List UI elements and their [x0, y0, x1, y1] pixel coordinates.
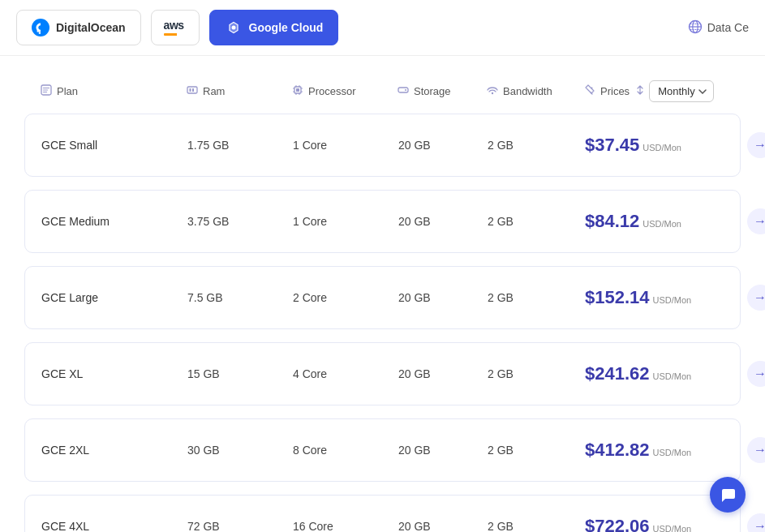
nav-right: Data Ce — [688, 19, 749, 36]
globe-icon — [688, 19, 703, 36]
plan-price: $84.12 USD/Mon — [585, 211, 747, 232]
col-prices: Prices Monthly Hourly — [584, 80, 746, 102]
plan-row[interactable]: GCE Large 7.5 GB 2 Core 20 GB 2 GB $152.… — [24, 266, 741, 329]
col-storage: Storage — [398, 84, 487, 98]
price-value: $152.14 — [585, 287, 650, 308]
plan-icon — [41, 84, 52, 98]
plan-ram: 30 GB — [187, 444, 293, 457]
plan-bandwidth: 2 GB — [488, 444, 585, 457]
plan-arrow-btn[interactable]: → — [747, 285, 765, 311]
plan-rows-container: GCE Small 1.75 GB 1 Core 20 GB 2 GB $37.… — [24, 114, 741, 532]
ram-icon — [187, 84, 198, 98]
plan-row[interactable]: GCE Small 1.75 GB 1 Core 20 GB 2 GB $37.… — [24, 114, 741, 177]
main-content: Plan Ram Processor Storage Bandwidth — [0, 56, 765, 532]
plan-processor: 16 Core — [293, 520, 398, 532]
plan-arrow-btn[interactable]: → — [747, 437, 765, 463]
googlecloud-icon — [225, 19, 243, 36]
col-bandwidth: Bandwidth — [487, 84, 584, 98]
plan-row[interactable]: GCE XL 15 GB 4 Core 20 GB 2 GB $241.62 U… — [24, 342, 741, 405]
price-value: $241.62 — [585, 363, 650, 384]
plan-processor: 1 Core — [293, 215, 398, 228]
plan-arrow-btn[interactable]: → — [747, 361, 765, 387]
plan-price: $37.45 USD/Mon — [585, 135, 747, 156]
plan-storage: 20 GB — [398, 520, 488, 532]
svg-point-11 — [405, 89, 406, 91]
plan-label: Plan — [57, 85, 78, 97]
bandwidth-label: Bandwidth — [503, 85, 552, 97]
plan-name: GCE Large — [41, 291, 187, 304]
provider-btn-googlecloud[interactable]: Google Cloud — [209, 10, 339, 45]
col-plan: Plan — [41, 84, 187, 98]
plan-arrow-btn[interactable]: → — [747, 513, 765, 532]
processor-label: Processor — [308, 85, 356, 97]
provider-btn-digitalocean[interactable]: DigitalOcean — [16, 10, 141, 45]
price-unit: USD/Mon — [643, 143, 681, 152]
svg-rect-6 — [190, 88, 191, 92]
plan-bandwidth: 2 GB — [488, 367, 585, 380]
storage-icon — [398, 84, 409, 98]
plan-ram: 72 GB — [187, 520, 293, 532]
col-processor: Processor — [292, 84, 398, 98]
googlecloud-label: Google Cloud — [249, 21, 324, 34]
plan-processor: 1 Core — [293, 139, 398, 152]
digitalocean-label: DigitalOcean — [56, 21, 126, 34]
storage-label: Storage — [414, 85, 451, 97]
plan-row[interactable]: GCE 2XL 30 GB 8 Core 20 GB 2 GB $412.82 … — [24, 418, 741, 482]
plan-bandwidth: 2 GB — [488, 215, 585, 228]
chat-bubble[interactable] — [710, 477, 746, 513]
plan-storage: 20 GB — [398, 367, 488, 380]
price-unit: USD/Mon — [653, 371, 692, 381]
nav-bar: DigitalOcean aws Google Cloud — [0, 0, 765, 56]
plan-storage: 20 GB — [398, 291, 488, 304]
plan-price: $412.82 USD/Mon — [585, 440, 747, 461]
bandwidth-icon — [487, 84, 498, 98]
plan-processor: 8 Core — [293, 444, 398, 457]
plan-arrow-btn[interactable]: → — [747, 132, 765, 158]
plan-name: GCE 2XL — [41, 444, 187, 457]
price-value: $412.82 — [585, 440, 650, 461]
data-center-label: Data Ce — [707, 21, 749, 34]
aws-icon: aws — [166, 19, 184, 36]
provider-btn-aws[interactable]: aws — [151, 10, 200, 45]
plan-name: GCE Small — [41, 139, 187, 152]
price-unit: USD/Mon — [653, 295, 692, 305]
svg-point-13 — [591, 88, 593, 89]
price-unit: USD/Mon — [653, 448, 692, 457]
svg-rect-9 — [296, 88, 299, 92]
plan-storage: 20 GB — [398, 444, 488, 457]
plan-ram: 1.75 GB — [187, 139, 293, 152]
plan-processor: 4 Core — [293, 367, 398, 380]
svg-point-1 — [231, 26, 235, 30]
prices-label: Prices — [600, 85, 630, 97]
plan-storage: 20 GB — [398, 215, 488, 228]
plan-arrow-btn[interactable]: → — [747, 208, 765, 234]
sort-icon — [636, 85, 644, 97]
plan-bandwidth: 2 GB — [488, 139, 585, 152]
svg-rect-7 — [192, 88, 194, 92]
price-unit: USD/Mon — [653, 524, 692, 532]
price-value: $37.45 — [585, 135, 639, 156]
processor-icon — [292, 84, 303, 98]
plan-name: GCE Medium — [41, 215, 187, 228]
svg-point-12 — [492, 92, 493, 94]
prices-icon — [584, 84, 595, 98]
billing-select[interactable]: Monthly Hourly — [649, 80, 714, 102]
table-header: Plan Ram Processor Storage Bandwidth — [24, 80, 741, 114]
digitalocean-icon — [32, 19, 49, 36]
plan-bandwidth: 2 GB — [488, 520, 585, 532]
price-value: $722.06 — [585, 516, 650, 532]
plan-row[interactable]: GCE Medium 3.75 GB 1 Core 20 GB 2 GB $84… — [24, 190, 741, 253]
plan-ram: 7.5 GB — [187, 291, 293, 304]
plan-ram: 3.75 GB — [187, 215, 293, 228]
svg-rect-10 — [398, 88, 408, 92]
plan-price: $722.06 USD/Mon — [585, 516, 747, 532]
plan-processor: 2 Core — [293, 291, 398, 304]
plan-price: $152.14 USD/Mon — [585, 287, 747, 308]
plan-name: GCE 4XL — [41, 520, 187, 532]
price-unit: USD/Mon — [643, 219, 681, 229]
price-value: $84.12 — [585, 211, 639, 232]
ram-label: Ram — [203, 85, 225, 97]
plan-row[interactable]: GCE 4XL 72 GB 16 Core 20 GB 2 GB $722.06… — [24, 495, 741, 532]
col-ram: Ram — [187, 84, 292, 98]
plan-price: $241.62 USD/Mon — [585, 363, 747, 384]
